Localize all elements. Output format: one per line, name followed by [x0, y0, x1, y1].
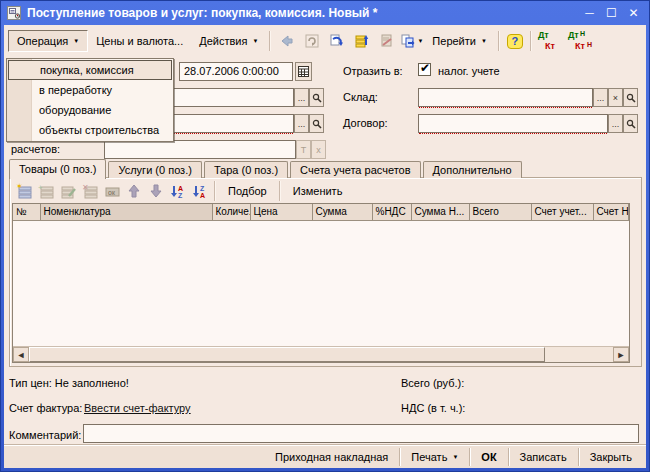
column-header-vat-percent[interactable]: %НДС: [372, 204, 411, 220]
date-field[interactable]: 28.07.2006 0:00:00: [179, 62, 293, 81]
table-body-empty[interactable]: [13, 221, 629, 347]
tab-services[interactable]: Услуги (0 поз.): [108, 161, 201, 178]
invoice-label: Счет фактура:: [9, 402, 82, 416]
copy-row-icon: +: [38, 183, 55, 199]
scrollbar-track[interactable]: [545, 347, 613, 362]
actions-menu-button[interactable]: Действия ▼: [191, 30, 266, 52]
organization-open-button[interactable]: [309, 88, 324, 107]
receipt-note-button[interactable]: Приходная накладная: [264, 446, 399, 468]
n-superscript: Н: [580, 29, 585, 38]
add-row-button[interactable]: ✶: [13, 181, 35, 201]
actions-label: Действия: [199, 35, 247, 47]
calendar-icon: [298, 66, 309, 77]
move-up-button-disabled: [123, 181, 145, 201]
column-header-vat-account[interactable]: Счет Н: [593, 204, 629, 220]
edit-row-icon: [60, 183, 77, 199]
column-header-nomenclature[interactable]: Номенклатура: [40, 204, 212, 220]
horizontal-scrollbar: ◄ ►: [13, 346, 629, 362]
menu-item-for-processing[interactable]: в переработку: [8, 80, 172, 100]
vat-included-label: НДС (в т. ч.):: [401, 402, 465, 416]
organization-select-button[interactable]: ...: [294, 88, 309, 107]
tab-additional[interactable]: Дополнительно: [423, 161, 522, 178]
column-header-price[interactable]: Цена: [250, 204, 312, 220]
toolbar-separator: [530, 31, 532, 51]
prices-currency-label: Цены и валюта...: [96, 35, 183, 47]
enter-invoice-link[interactable]: Ввести счет-фактуру: [84, 402, 191, 416]
scroll-left-button[interactable]: ◄: [13, 347, 29, 362]
warehouse-field[interactable]: [418, 88, 593, 107]
magnifier-icon: [312, 119, 322, 129]
prices-currency-button[interactable]: Цены и валюта...: [88, 30, 191, 52]
contract-open-button[interactable]: [623, 114, 638, 133]
warehouse-clear-button[interactable]: ×: [608, 88, 623, 107]
post-document-button[interactable]: [349, 30, 374, 52]
debit-credit-button[interactable]: Дт Кт: [537, 31, 563, 52]
post-document-icon: [354, 33, 370, 49]
help-button[interactable]: ?: [503, 31, 527, 51]
tax-accounting-label: налог. учете: [438, 65, 500, 79]
warehouse-open-button[interactable]: [623, 88, 638, 107]
sort-descending-button[interactable]: Z A: [189, 181, 211, 201]
document-icon: [6, 5, 22, 21]
minimize-button[interactable]: ─: [581, 6, 598, 20]
menu-item-construction-objects[interactable]: объекты строительства: [8, 120, 172, 140]
goto-label: Перейти: [432, 35, 476, 47]
warehouse-select-button[interactable]: ...: [593, 88, 608, 107]
close-form-button[interactable]: Закрыть: [579, 446, 643, 468]
counterparty-open-button[interactable]: [309, 114, 324, 133]
column-header-sum[interactable]: Сумма: [312, 204, 372, 220]
magnifier-icon: [312, 93, 322, 103]
contract-select-button[interactable]: ...: [608, 114, 623, 133]
menu-item-equipment[interactable]: оборудование: [8, 100, 172, 120]
save-button[interactable]: Записать: [509, 446, 578, 468]
pick-button[interactable]: Подбор: [219, 181, 276, 201]
price-type-text: Тип цен: Не заполнено!: [9, 377, 129, 391]
operation-label: Операция: [17, 35, 68, 47]
operation-menu-button[interactable]: Операция ▼: [8, 30, 88, 52]
column-header-total[interactable]: Всего: [469, 204, 531, 220]
menu-item-purchase-commission[interactable]: покупка, комиссия: [8, 60, 172, 80]
copy-row-button-disabled: +: [35, 181, 57, 201]
ok-button[interactable]: ОК: [470, 446, 507, 468]
sort-ascending-button[interactable]: A Z: [167, 181, 189, 201]
contract-field[interactable]: [418, 114, 608, 133]
svg-text:Z: Z: [178, 192, 183, 199]
column-header-quantity[interactable]: Количе...: [212, 204, 250, 220]
comment-input[interactable]: [83, 424, 639, 443]
counterparty-select-button[interactable]: ...: [294, 114, 309, 133]
debit-credit-tax-button[interactable]: Дт Н Кт Н: [567, 31, 593, 52]
scrollbar-thumb[interactable]: [29, 347, 545, 362]
tab-containers[interactable]: Тара (0 поз.): [204, 161, 288, 178]
fill-button[interactable]: [324, 30, 349, 52]
tab-goods[interactable]: Товары (0 поз.): [9, 159, 106, 179]
column-header-account[interactable]: Счет учет...: [531, 204, 593, 220]
table-header: № Номенклатура Количе... Цена Сумма %НДС…: [13, 204, 629, 221]
titlebar: Поступление товаров и услуг: покупка, ко…: [1, 1, 649, 25]
column-header-vat-sum[interactable]: Сумма Н...: [411, 204, 469, 220]
tab-settlement-accounts[interactable]: Счета учета расчетов: [290, 161, 420, 178]
svg-text:✕: ✕: [82, 183, 89, 192]
toolbar-separator: [269, 31, 271, 51]
new-from-icon: [400, 33, 416, 49]
maximize-button[interactable]: ☐: [603, 6, 620, 20]
reflect-in-label: Отразить в:: [343, 65, 403, 79]
calendar-button[interactable]: [295, 62, 312, 81]
copy-to-button[interactable]: ▼: [399, 30, 424, 52]
delete-row-icon: ✕: [82, 183, 99, 199]
kt-label: Кт: [575, 42, 585, 51]
settlements-document-field[interactable]: [104, 140, 296, 159]
chevron-down-icon: ▼: [452, 454, 458, 460]
close-button[interactable]: ✕: [625, 6, 642, 20]
n-superscript: Н: [587, 40, 592, 49]
tax-accounting-checkbox[interactable]: [418, 63, 431, 76]
goto-menu-button[interactable]: Перейти ▼: [424, 30, 495, 52]
change-button[interactable]: Изменить: [284, 181, 352, 201]
svg-text:Z: Z: [200, 185, 205, 192]
delete-row-button-disabled: ✕: [79, 181, 101, 201]
column-header-number[interactable]: №: [13, 204, 40, 220]
print-button[interactable]: Печать ▼: [400, 446, 469, 468]
svg-text:ОК: ОК: [108, 189, 116, 195]
main-toolbar: Операция ▼ Цены и валюта... Действия ▼: [4, 25, 646, 57]
scroll-right-button[interactable]: ►: [613, 347, 629, 362]
magnifier-icon: [626, 93, 636, 103]
